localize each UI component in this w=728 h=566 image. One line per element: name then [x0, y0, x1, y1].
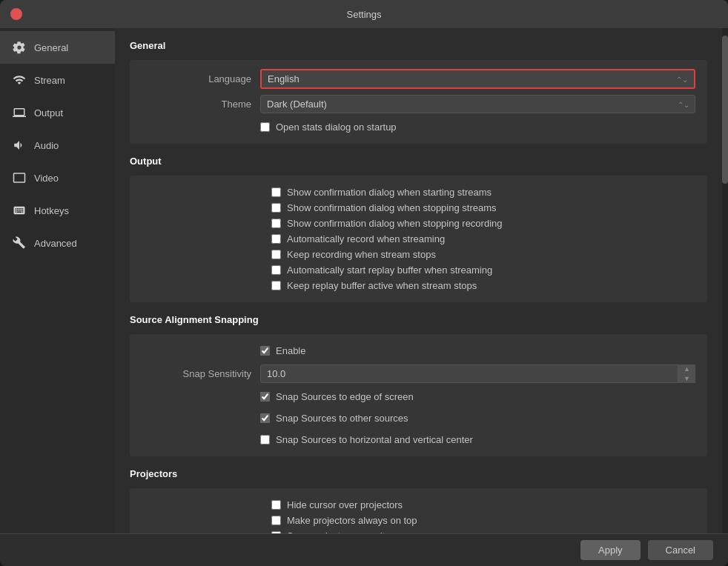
confirm-stop-rec-label[interactable]: Show confirmation dialog when stopping r…	[287, 218, 503, 229]
sidebar-item-general[interactable]: General	[0, 31, 115, 64]
always-top-checkbox[interactable]	[271, 516, 281, 525]
titlebar: Settings	[0, 0, 728, 28]
sensitivity-label: Snap Sensitivity	[142, 368, 260, 379]
stream-icon	[12, 73, 27, 87]
confirm-start-checkbox[interactable]	[271, 187, 281, 197]
open-stats-label[interactable]: Open stats dialog on startup	[276, 121, 397, 133]
always-top-label[interactable]: Make projectors always on top	[287, 515, 417, 526]
keep-recording-checkbox[interactable]	[271, 250, 281, 259]
sidebar-item-hotkeys[interactable]: Hotkeys	[0, 194, 115, 227]
snap-edge-checkbox-row: Snap Sources to edge of screen	[260, 389, 414, 404]
confirm-stop-rec-checkbox[interactable]	[271, 219, 281, 228]
projectors-section: Projectors Hide cursor over projectors M…	[130, 468, 707, 533]
sidebar-label-stream: Stream	[34, 75, 65, 86]
confirm-stop-row: Show confirmation dialog when stopping s…	[271, 200, 695, 216]
cancel-button[interactable]: Cancel	[648, 540, 713, 560]
bottom-bar: Apply Cancel	[0, 533, 728, 566]
enable-checkbox-row: Enable	[260, 343, 305, 359]
output-section: Output Show confirmation dialog when sta…	[130, 156, 707, 302]
language-label: Language	[142, 73, 260, 84]
sidebar-label-advanced: Advanced	[34, 238, 77, 249]
language-select[interactable]: English	[262, 70, 694, 87]
sidebar-label-hotkeys: Hotkeys	[34, 205, 69, 216]
output-checkboxes: Show confirmation dialog when starting s…	[271, 184, 695, 293]
sidebar-label-video: Video	[34, 173, 59, 184]
theme-label: Theme	[142, 99, 260, 110]
auto-record-row: Automatically record when streaming	[271, 231, 695, 247]
snapping-section-body: Enable Snap Sensitivity ▲ ▼	[130, 334, 707, 456]
sensitivity-spin-down[interactable]: ▼	[678, 374, 695, 384]
language-select-wrapper: English	[260, 69, 695, 89]
snap-edge-row: Snap Sources to edge of screen	[142, 389, 695, 404]
save-on-exit-row: Save projectors on exit	[271, 528, 695, 533]
snapping-section-title: Source Alignment Snapping	[130, 314, 707, 325]
snap-enable-checkbox[interactable]	[260, 346, 270, 356]
snap-edge-checkbox[interactable]	[260, 392, 270, 402]
audio-icon	[12, 138, 27, 153]
projectors-checkboxes: Hide cursor over projectors Make project…	[271, 497, 695, 533]
confirm-stop-checkbox[interactable]	[271, 203, 281, 213]
auto-replay-row: Automatically start replay buffer when s…	[271, 262, 695, 278]
snap-edge-label[interactable]: Snap Sources to edge of screen	[276, 391, 414, 402]
output-section-title: Output	[130, 156, 707, 167]
window-title: Settings	[347, 9, 382, 20]
general-section-title: General	[130, 40, 707, 51]
sidebar-item-output[interactable]: Output	[0, 96, 115, 129]
sidebar: General Stream Output	[0, 28, 115, 533]
general-section-body: Language English Theme Dark (Default)	[130, 60, 707, 144]
snapping-section: Source Alignment Snapping Enable Snap Se…	[130, 314, 707, 456]
scrollbar-track[interactable]	[722, 28, 728, 533]
sidebar-item-audio[interactable]: Audio	[0, 129, 115, 162]
sidebar-label-audio: Audio	[34, 140, 59, 151]
auto-replay-checkbox[interactable]	[271, 265, 281, 275]
sidebar-item-advanced[interactable]: Advanced	[0, 227, 115, 259]
sensitivity-row: Snap Sensitivity ▲ ▼	[142, 364, 695, 383]
language-row: Language English	[142, 69, 695, 89]
close-button[interactable]	[10, 8, 22, 20]
keep-recording-row: Keep recording when stream stops	[271, 247, 695, 262]
main-content: General Stream Output	[0, 28, 728, 533]
sidebar-item-video[interactable]: Video	[0, 162, 115, 194]
always-top-row: Make projectors always on top	[271, 513, 695, 528]
keep-replay-checkbox[interactable]	[271, 281, 281, 290]
snap-center-checkbox-row: Snap Sources to horizontal and vertical …	[260, 432, 473, 447]
sensitivity-spinner: ▲ ▼	[260, 364, 695, 383]
snap-center-row: Snap Sources to horizontal and vertical …	[142, 432, 695, 447]
auto-record-checkbox[interactable]	[271, 234, 281, 244]
auto-replay-label[interactable]: Automatically start replay buffer when s…	[287, 264, 492, 276]
auto-record-label[interactable]: Automatically record when streaming	[287, 233, 445, 244]
keep-replay-row: Keep replay buffer active when stream st…	[271, 278, 695, 293]
snap-enable-label[interactable]: Enable	[276, 345, 305, 356]
open-stats-checkbox[interactable]	[260, 122, 270, 132]
snap-other-checkbox-row: Snap Sources to other sources	[260, 410, 408, 426]
scrollbar-thumb[interactable]	[722, 36, 728, 184]
settings-window: Settings General Stream	[0, 0, 728, 566]
theme-select-wrapper: Dark (Default)	[260, 95, 695, 113]
confirm-start-label[interactable]: Show confirmation dialog when starting s…	[287, 187, 492, 198]
snap-other-checkbox[interactable]	[260, 413, 270, 423]
projectors-section-body: Hide cursor over projectors Make project…	[130, 488, 707, 533]
sensitivity-spin-up[interactable]: ▲	[678, 364, 695, 374]
open-stats-row: Open stats dialog on startup	[142, 119, 695, 135]
hide-cursor-label[interactable]: Hide cursor over projectors	[287, 499, 403, 510]
sensitivity-spin-buttons: ▲ ▼	[678, 364, 695, 383]
gear-icon	[12, 40, 27, 55]
confirm-start-row: Show confirmation dialog when starting s…	[271, 184, 695, 200]
hide-cursor-row: Hide cursor over projectors	[271, 497, 695, 513]
keep-recording-label[interactable]: Keep recording when stream stops	[287, 249, 436, 260]
hide-cursor-checkbox[interactable]	[271, 500, 281, 510]
keep-replay-label[interactable]: Keep replay buffer active when stream st…	[287, 280, 477, 291]
sensitivity-input[interactable]	[260, 364, 695, 383]
sidebar-item-stream[interactable]: Stream	[0, 64, 115, 96]
confirm-stop-rec-row: Show confirmation dialog when stopping r…	[271, 216, 695, 231]
snap-other-label[interactable]: Snap Sources to other sources	[276, 413, 408, 424]
snap-center-checkbox[interactable]	[260, 435, 270, 445]
theme-select[interactable]: Dark (Default)	[260, 95, 695, 113]
confirm-stop-label[interactable]: Show confirmation dialog when stopping s…	[287, 202, 497, 213]
apply-button[interactable]: Apply	[580, 540, 641, 560]
advanced-icon	[12, 236, 27, 250]
projectors-section-title: Projectors	[130, 468, 707, 479]
general-section: General Language English Theme	[130, 40, 707, 144]
settings-content: General Language English Theme	[115, 28, 722, 533]
snap-center-label[interactable]: Snap Sources to horizontal and vertical …	[276, 434, 473, 445]
